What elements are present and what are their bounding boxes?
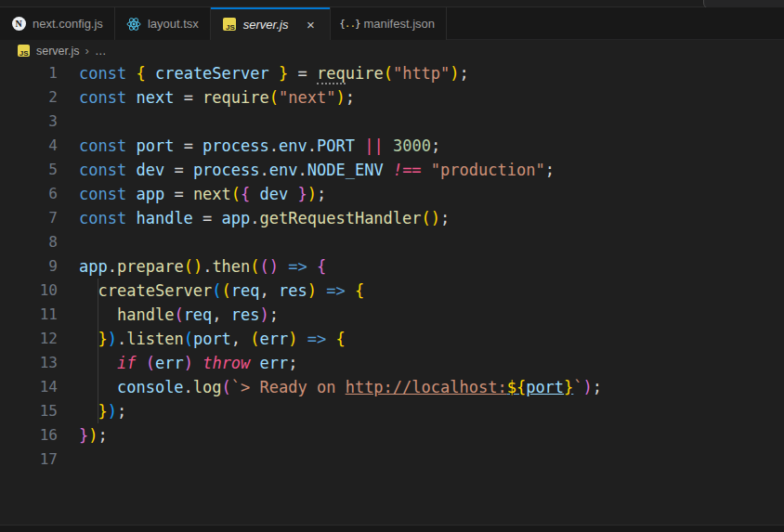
line-number[interactable]: 15 xyxy=(0,399,58,423)
line-number[interactable]: 17 xyxy=(0,448,58,472)
json-icon: {..} xyxy=(342,17,357,32)
code-text: const port = process.env.PORT || 3000; xyxy=(79,134,440,158)
line-number[interactable]: 13 xyxy=(0,351,58,375)
code-line[interactable]: 14 console.log(`> Ready on http://localh… xyxy=(0,375,784,399)
code-line[interactable]: 16}); xyxy=(0,423,784,448)
tab-manifest-json[interactable]: {..} manifest.json xyxy=(331,7,447,40)
js-icon: JS xyxy=(16,44,31,58)
tab-label: layout.tsx xyxy=(148,17,199,31)
code-line[interactable]: 17 xyxy=(0,448,784,472)
code-editor[interactable]: 1const { createServer } = require("http"… xyxy=(0,61,784,500)
line-number[interactable]: 2 xyxy=(0,85,58,110)
code-line[interactable]: 6const app = next({ dev }); xyxy=(0,182,784,206)
nextjs-icon: N xyxy=(11,17,26,32)
code-line[interactable]: 11 handle(req, res); xyxy=(0,303,784,327)
code-line[interactable]: 7const handle = app.getRequestHandler(); xyxy=(0,206,784,230)
title-bar xyxy=(0,0,784,7)
js-icon: JS xyxy=(222,17,237,32)
code-text: const next = require("next"); xyxy=(79,85,355,110)
line-number[interactable]: 16 xyxy=(0,423,58,448)
tab-layout-tsx[interactable]: layout.tsx xyxy=(115,7,211,40)
tab-server-js[interactable]: JS server.js × xyxy=(211,7,332,41)
code-line[interactable]: 4const port = process.env.PORT || 3000; xyxy=(0,134,784,158)
code-text: createServer((req, res) => { xyxy=(79,279,364,303)
breadcrumb-symbol[interactable]: … xyxy=(95,45,107,58)
tab-next-config-js[interactable]: N next.config.js xyxy=(0,7,115,40)
line-number[interactable]: 4 xyxy=(0,134,58,158)
code-line[interactable]: 9app.prepare().then(() => { xyxy=(0,254,784,279)
code-text: console.log(`> Ready on http://localhost… xyxy=(79,375,602,399)
close-icon[interactable]: × xyxy=(302,16,319,32)
code-text: const handle = app.getRequestHandler(); xyxy=(79,206,450,230)
code-line[interactable]: 1const { createServer } = require("http"… xyxy=(0,61,784,85)
code-line[interactable]: 10 createServer((req, res) => { xyxy=(0,279,784,303)
code-text: }); xyxy=(79,423,108,448)
code-line[interactable]: 3 xyxy=(0,110,784,134)
line-number[interactable]: 5 xyxy=(0,158,58,182)
breadcrumb-file[interactable]: server.js xyxy=(36,45,80,58)
line-number[interactable]: 10 xyxy=(0,279,58,303)
line-number[interactable]: 1 xyxy=(0,61,58,85)
react-icon xyxy=(126,17,141,32)
tab-label: manifest.json xyxy=(363,17,435,31)
code-text: }).listen(port, (err) => { xyxy=(79,327,346,351)
code-text: if (err) throw err; xyxy=(79,351,298,375)
bottom-panel-edge xyxy=(0,525,784,532)
code-text: app.prepare().then(() => { xyxy=(79,254,326,279)
tab-label: server.js xyxy=(243,18,289,32)
code-line[interactable]: 13 if (err) throw err; xyxy=(0,351,784,375)
line-number[interactable]: 8 xyxy=(0,230,58,254)
line-number[interactable]: 7 xyxy=(0,206,58,230)
code-text: const app = next({ dev }); xyxy=(79,182,326,206)
code-line[interactable]: 12 }).listen(port, (err) => { xyxy=(0,327,784,351)
tab-label: next.config.js xyxy=(33,17,103,31)
line-number[interactable]: 6 xyxy=(0,182,58,206)
line-number[interactable]: 3 xyxy=(0,110,58,134)
indent-guide xyxy=(98,279,98,423)
code-line[interactable]: 15 }); xyxy=(0,399,784,423)
code-text: handle(req, res); xyxy=(79,303,279,327)
code-text: const dev = process.env.NODE_ENV !== "pr… xyxy=(79,158,555,182)
code-line[interactable]: 5const dev = process.env.NODE_ENV !== "p… xyxy=(0,158,784,182)
breadcrumb: JS server.js › … xyxy=(0,40,784,61)
code-text: }); xyxy=(79,399,126,423)
code-line[interactable]: 2const next = require("next"); xyxy=(0,85,784,110)
line-number[interactable]: 11 xyxy=(0,303,58,327)
line-number[interactable]: 9 xyxy=(0,254,58,279)
line-number[interactable]: 14 xyxy=(0,375,58,399)
editor-tab-bar: N next.config.js layout.tsx JS server.js… xyxy=(0,7,784,40)
code-text: const { createServer } = require("http")… xyxy=(79,61,469,85)
chevron-right-icon: › xyxy=(85,44,89,58)
line-number[interactable]: 12 xyxy=(0,327,58,351)
code-line[interactable]: 8 xyxy=(0,230,784,254)
